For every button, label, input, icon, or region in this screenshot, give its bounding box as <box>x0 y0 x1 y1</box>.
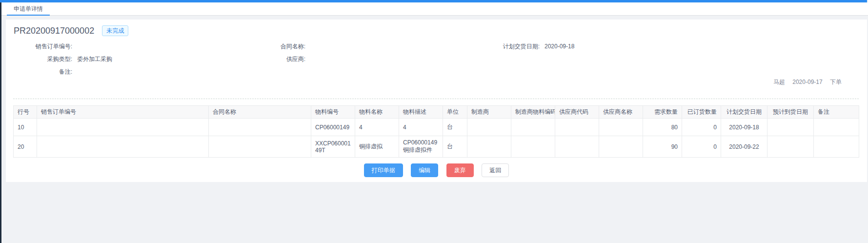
cell-material-name: 铜排虚拟 <box>355 136 399 158</box>
cell-manufacturer-material-code <box>511 136 555 158</box>
field-label: 采购类型: <box>13 55 72 63</box>
cell-manufacturer <box>467 136 511 158</box>
status-badge: 未完成 <box>102 25 128 36</box>
cell-remark <box>814 136 859 158</box>
col-expected-arrival-date: 预计到货日期 <box>767 106 814 119</box>
col-contract-name: 合同名称 <box>209 106 311 119</box>
request-form: 销售订单编号: 合同名称: 计划交货日期: 2020-09-18 采购类型: 委… <box>13 40 867 78</box>
cell-ordered-qty: 0 <box>682 119 721 136</box>
creation-action: 下单 <box>830 79 842 85</box>
edit-button[interactable]: 编辑 <box>411 163 438 177</box>
field-label: 计划交货日期: <box>501 42 540 51</box>
title-row: PR20200917000002 未完成 <box>14 24 867 37</box>
field-sales-order-no: 销售订单编号: <box>13 40 276 53</box>
tab-bar: 申请单详情 <box>1 2 868 16</box>
col-supplier-code: 供应商代码 <box>555 106 599 119</box>
cell-ordered-qty: 0 <box>682 136 721 158</box>
creation-date: 2020-09-17 <box>792 79 822 85</box>
cell-supplier-name <box>599 136 643 158</box>
cell-material-no: CP06000149 <box>311 119 355 136</box>
cell-sales-order-no <box>37 136 209 158</box>
line-items-table: 行号 销售订单编号 合同名称 物料编号 物料名称 物料描述 单位 制造商 制造商… <box>13 105 859 158</box>
cell-material-no: XXCP06000149T <box>311 136 355 158</box>
action-bar: 打印单据 编辑 废弃 返回 <box>6 163 867 177</box>
cell-supplier-name <box>599 119 643 136</box>
col-unit: 单位 <box>443 106 467 119</box>
cell-remark <box>814 119 859 136</box>
col-sales-order-no: 销售订单编号 <box>37 106 209 119</box>
col-supplier-name: 供应商名称 <box>599 106 643 119</box>
field-label: 备注: <box>13 68 72 76</box>
col-manufacturer-material-code: 制造商物料编码 <box>511 106 555 119</box>
col-material-desc: 物料描述 <box>399 106 443 119</box>
creator-name: 马超 <box>773 79 785 85</box>
cell-planned-delivery-date: 2020-09-18 <box>721 119 767 136</box>
cell-required-qty: 90 <box>643 136 682 158</box>
cell-required-qty: 80 <box>643 119 682 136</box>
page-title: PR20200917000002 <box>14 26 94 36</box>
cell-unit: 台 <box>443 136 467 158</box>
cell-planned-delivery-date: 2020-09-22 <box>721 136 767 158</box>
cell-supplier-code <box>555 119 599 136</box>
dashed-divider <box>13 99 859 99</box>
cell-material-desc: CP06000149铜排虚拟件 <box>399 136 443 158</box>
cell-contract-name <box>209 136 311 158</box>
cell-unit: 台 <box>443 119 467 136</box>
field-purchase-type: 采购类型: 委外加工采购 <box>13 53 276 65</box>
field-contract-name: 合同名称: <box>276 40 501 53</box>
cell-line-no: 10 <box>14 119 37 136</box>
col-ordered-qty: 已订货数量 <box>682 106 721 119</box>
cell-manufacturer <box>467 119 511 136</box>
field-label: 销售订单编号: <box>13 42 72 51</box>
field-remark: 备注: <box>13 65 276 78</box>
cell-manufacturer-material-code <box>511 119 555 136</box>
cell-expected-arrival-date <box>767 119 814 136</box>
discard-button[interactable]: 废弃 <box>446 163 474 177</box>
field-label: 供应商: <box>276 55 305 63</box>
cell-material-name: 4 <box>355 119 399 136</box>
col-material-no: 物料编号 <box>311 106 355 119</box>
print-document-button[interactable]: 打印单据 <box>364 163 403 177</box>
cell-supplier-code <box>555 136 599 158</box>
field-planned-delivery-date: 计划交货日期: 2020-09-18 <box>501 40 867 53</box>
collapsed-sidebar-strip <box>0 2 1 243</box>
col-remark: 备注 <box>814 106 859 119</box>
cell-line-no: 20 <box>14 136 37 158</box>
request-detail-card: PR20200917000002 未完成 销售订单编号: 合同名称: 计划交货日… <box>6 20 867 182</box>
cell-sales-order-no <box>37 119 209 136</box>
cell-expected-arrival-date <box>767 136 814 158</box>
spacer <box>501 53 867 65</box>
field-value: 2020-09-18 <box>545 43 574 50</box>
col-manufacturer: 制造商 <box>467 106 511 119</box>
cell-contract-name <box>209 119 311 136</box>
field-label: 合同名称: <box>276 42 305 51</box>
table-row: 20 XXCP06000149T 铜排虚拟 CP06000149铜排虚拟件 台 … <box>14 136 859 158</box>
field-supplier: 供应商: <box>276 53 501 65</box>
col-required-qty: 需求数量 <box>643 106 682 119</box>
col-line-no: 行号 <box>14 106 37 119</box>
cell-material-desc: 4 <box>399 119 443 136</box>
field-value: 委外加工采购 <box>77 55 112 63</box>
col-planned-delivery-date: 计划交货日期 <box>721 106 767 119</box>
creation-info: 马超 2020-09-17 下单 <box>6 78 867 86</box>
col-material-name: 物料名称 <box>355 106 399 119</box>
table-header-row: 行号 销售订单编号 合同名称 物料编号 物料名称 物料描述 单位 制造商 制造商… <box>14 106 859 119</box>
tab-request-detail[interactable]: 申请单详情 <box>7 2 50 16</box>
table-row: 10 CP06000149 4 4 台 80 0 2020-09-18 <box>14 119 859 136</box>
back-button[interactable]: 返回 <box>482 163 509 177</box>
